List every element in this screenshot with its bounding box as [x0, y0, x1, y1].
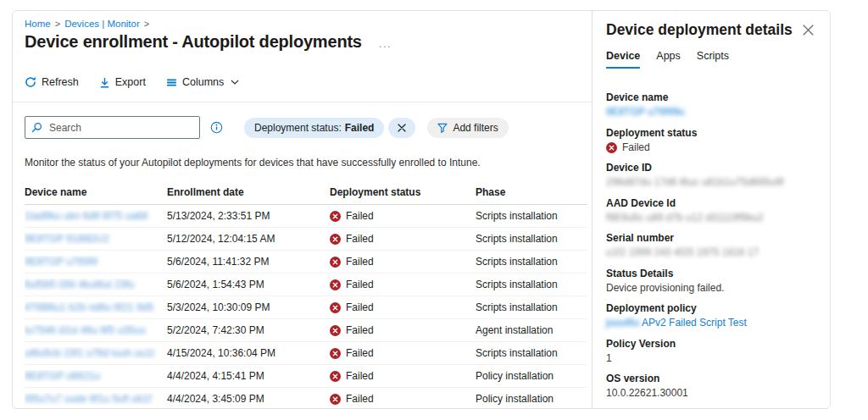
- deployment-policy-link[interactable]: APv2 Failed Script Test: [642, 317, 747, 329]
- status-label: Failed: [346, 233, 374, 245]
- title-row: Device enrollment - Autopilot deployment…: [25, 32, 392, 52]
- tab-scripts[interactable]: Scripts: [697, 50, 729, 69]
- status-label: Failed: [346, 393, 374, 405]
- table-row: 9E8TGP u7t599 5/6/2024, 11:41:32 PM Fail…: [25, 251, 587, 274]
- table-row: tu7546 d2ui 46u 6f5 u35uu 5/2/2024, 7:42…: [25, 319, 587, 342]
- export-button[interactable]: Export: [97, 74, 147, 91]
- device-name-link[interactable]: 9E8TGP u7t599: [25, 256, 97, 268]
- field-aad-device-id: AAD Device Id f9E9u5c u89 d7b u12 d31119…: [606, 197, 816, 224]
- device-name-link[interactable]: 1tad9ku ukn 6d9 6f75 ua68: [25, 210, 147, 222]
- enrollment-date: 5/12/2024, 12:04:15 AM: [167, 233, 330, 245]
- command-bar: Refresh Export Columns: [23, 74, 241, 91]
- field-deployment-policy: Deployment policy juuut6u APv2 Failed Sc…: [606, 302, 816, 329]
- add-filters-button[interactable]: Add filters: [427, 118, 508, 138]
- breadcrumb-home[interactable]: Home: [25, 19, 51, 29]
- failed-status-icon: [330, 325, 341, 336]
- phase: Policy installation: [476, 393, 587, 405]
- filter-pill-dismiss-button[interactable]: [388, 118, 415, 138]
- export-label: Export: [115, 76, 146, 88]
- table-row: 4T6B6u1 b2b nd6u 6f21 9d5 5/3/2024, 10:3…: [25, 296, 587, 319]
- filter-pill-deployment-status[interactable]: Deployment status: Failed: [244, 118, 384, 138]
- breadcrumb-devices-monitor[interactable]: Devices | Monitor: [64, 19, 140, 29]
- device-name-link[interactable]: ut6u5cb 23f1 u76d tuuh uu1t: [25, 347, 154, 359]
- failed-status-icon: [330, 394, 341, 405]
- failed-status-icon: [606, 142, 617, 153]
- filter-pill-label: Deployment status:: [254, 122, 342, 134]
- column-header-enrollment-date[interactable]: Enrollment date: [167, 186, 330, 198]
- failed-status-icon: [330, 234, 341, 245]
- failed-status-icon: [330, 348, 341, 359]
- column-header-device-name[interactable]: Device name: [25, 186, 167, 198]
- tab-apps[interactable]: Apps: [656, 50, 681, 69]
- field-status-details: Status Details Device provisioning faile…: [606, 268, 816, 295]
- tab-device[interactable]: Device: [606, 50, 640, 69]
- column-header-deployment-status[interactable]: Deployment status: [330, 186, 476, 198]
- field-label: Device name: [606, 91, 816, 103]
- deployment-policy-redacted-prefix[interactable]: juuut6u: [606, 317, 639, 329]
- os-version-value: 10.0.22621.30001: [606, 387, 816, 400]
- field-serial-number: Serial number u1f2 1999 243 4f25 1975 18…: [606, 232, 816, 259]
- breadcrumb-separator: >: [144, 19, 149, 29]
- device-id-value: 296d87du 17d6 t6uc u81b1u75d685u9f: [606, 176, 784, 188]
- phase: Scripts installation: [476, 347, 587, 359]
- field-label: Device ID: [606, 162, 816, 174]
- filter-pill-value: Failed: [345, 122, 375, 134]
- status-label: Failed: [346, 301, 374, 313]
- table-row: 6uf585 t35t 4kut6ut 23fu 5/6/2024, 1:54:…: [25, 274, 587, 296]
- phase: Scripts installation: [476, 256, 587, 268]
- field-device-id: Device ID 296d87du 17d6 t6uc u81b1u75d68…: [606, 162, 816, 189]
- failed-status-icon: [330, 302, 341, 313]
- phase: Scripts installation: [476, 279, 587, 290]
- table-row: 9E8TGP u6621u 4/4/2024, 4:15:41 PM Faile…: [25, 365, 587, 388]
- more-options-icon[interactable]: ...: [379, 34, 392, 50]
- filter-row: Deployment status: Failed Add filters: [25, 116, 509, 139]
- field-policy-version: Policy Version 1: [606, 338, 816, 365]
- table-row: ut6u5cb 23f1 u76d tuuh uu1t 4/15/2024, 1…: [25, 342, 587, 365]
- enrollment-date: 4/4/2024, 3:45:09 PM: [167, 393, 330, 405]
- policy-version-value: 1: [606, 352, 816, 365]
- failed-status-icon: [330, 371, 341, 382]
- device-name-link[interactable]: tu7546 d2ui 46u 6f5 u35uu: [25, 324, 146, 336]
- panel-header: Device deployment details: [606, 21, 816, 39]
- device-name-value[interactable]: 9E8TGP u7t999u: [606, 106, 685, 118]
- serial-number-value: u1f2 1999 243 4f25 1975 1816 17: [606, 246, 759, 258]
- search-box[interactable]: [25, 116, 200, 139]
- enrollment-date: 5/6/2024, 1:54:43 PM: [167, 279, 330, 290]
- table-row: t95u7u7 uude 6f1u 5ufl ub1f 4/4/2024, 3:…: [25, 388, 587, 409]
- dismiss-icon: [398, 124, 406, 132]
- info-icon[interactable]: [210, 121, 223, 134]
- add-filters-label: Add filters: [453, 122, 498, 134]
- panel-tabs: Device Apps Scripts: [606, 50, 816, 69]
- field-label: OS version: [606, 373, 816, 384]
- close-icon[interactable]: [800, 22, 816, 38]
- status-details-value: Device provisioning failed.: [606, 282, 816, 295]
- deployments-table: Device name Enrollment date Deployment s…: [25, 180, 587, 409]
- field-label: AAD Device Id: [606, 197, 816, 209]
- column-header-phase[interactable]: Phase: [476, 186, 587, 198]
- device-name-link[interactable]: 6uf585 t35t 4kut6ut 23fu: [25, 279, 134, 290]
- toolbar-divider: [13, 102, 592, 102]
- page-title: Device enrollment - Autopilot deployment…: [25, 32, 362, 52]
- export-icon: [99, 77, 110, 88]
- device-name-link[interactable]: 9E8TGP 9186DU2: [25, 233, 109, 245]
- field-label: Policy Version: [606, 338, 816, 350]
- enrollment-date: 5/2/2024, 7:42:30 PM: [167, 324, 330, 336]
- status-label: Failed: [622, 141, 650, 154]
- device-name-link[interactable]: 9E8TGP u6621u: [25, 370, 100, 382]
- columns-button[interactable]: Columns: [164, 74, 241, 91]
- phase: Scripts installation: [476, 301, 587, 313]
- field-label: Serial number: [606, 232, 816, 244]
- table-row: 1tad9ku ukn 6d9 6f75 ua68 5/13/2024, 2:3…: [25, 205, 587, 228]
- page-description: Monitor the status of your Autopilot dep…: [25, 157, 481, 169]
- refresh-button[interactable]: Refresh: [23, 74, 81, 91]
- breadcrumb: Home > Devices | Monitor >: [25, 19, 149, 29]
- device-name-link[interactable]: t95u7u7 uude 6f1u 5ufl ub1f: [25, 393, 151, 405]
- search-input[interactable]: [47, 121, 193, 135]
- app-window: Home > Devices | Monitor > Device enroll…: [12, 10, 831, 409]
- failed-status-icon: [330, 257, 341, 268]
- filter-icon: [437, 123, 448, 133]
- status-label: Failed: [346, 370, 374, 382]
- enrollment-date: 5/6/2024, 11:41:32 PM: [167, 256, 330, 268]
- device-deployment-details-panel: Device deployment details Device Apps Sc…: [592, 11, 830, 408]
- device-name-link[interactable]: 4T6B6u1 b2b nd6u 6f21 9d5: [25, 301, 153, 313]
